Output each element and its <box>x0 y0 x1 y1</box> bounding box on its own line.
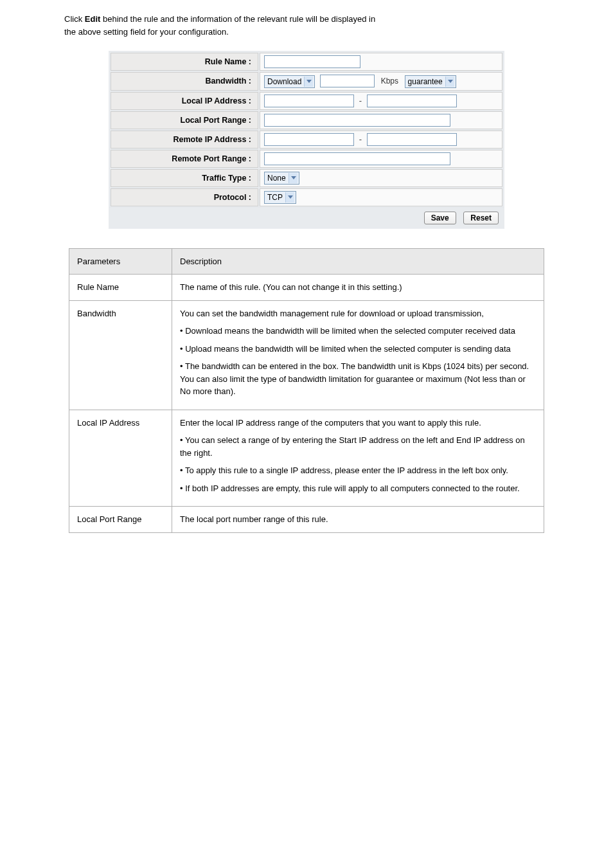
desc-cell: The name of this rule. (You can not chan… <box>172 275 544 301</box>
param-cell: Local Port Range <box>69 507 172 533</box>
reset-button[interactable]: Reset <box>463 212 499 224</box>
traffic-type-select[interactable]: None <box>264 172 299 185</box>
table-row: Local Port Range The local port number r… <box>69 507 544 533</box>
remote-ip-end-input[interactable] <box>367 133 457 146</box>
param-cell: Local IP Address <box>69 410 172 507</box>
local-ip-end-input[interactable] <box>367 95 457 107</box>
param-cell: Rule Name <box>69 275 172 301</box>
local-port-input[interactable] <box>264 114 450 127</box>
chevron-down-icon <box>285 192 294 203</box>
rule-form-panel: Rule Name : Bandwidth : Download Kbps gu… <box>109 51 504 229</box>
bandwidth-unit-label: Kbps <box>381 77 398 86</box>
bandwidth-mode-select[interactable]: guarantee <box>405 75 456 88</box>
protocol-select[interactable]: TCP <box>264 191 296 204</box>
remote-port-input[interactable] <box>264 152 450 165</box>
chevron-down-icon <box>304 77 313 87</box>
range-separator: - <box>359 96 362 105</box>
label-rule-name: Rule Name : <box>111 53 258 71</box>
chevron-down-icon <box>289 173 298 183</box>
desc-cell: You can set the bandwidth management rul… <box>172 300 544 410</box>
parameters-table: Parameters Description Rule Name The nam… <box>69 248 544 533</box>
table-row: Bandwidth You can set the bandwidth mana… <box>69 300 544 410</box>
param-cell: Bandwidth <box>69 300 172 410</box>
table-header-param: Parameters <box>69 248 172 275</box>
label-remote-port: Remote Port Range : <box>111 150 258 168</box>
label-traffic-type: Traffic Type : <box>111 169 258 187</box>
remote-ip-start-input[interactable] <box>264 133 354 146</box>
table-header-desc: Description <box>172 248 544 275</box>
label-local-ip: Local IP Address : <box>111 92 258 110</box>
edit-bold: Edit <box>85 14 101 24</box>
desc-cell: Enter the local IP address range of the … <box>172 410 544 507</box>
chevron-down-icon <box>445 77 454 87</box>
label-bandwidth: Bandwidth : <box>111 72 258 91</box>
label-local-port: Local Port Range : <box>111 111 258 129</box>
intro-paragraph: Click Edit behind the rule and the infor… <box>64 13 549 38</box>
range-separator: - <box>359 134 362 144</box>
bandwidth-direction-select[interactable]: Download <box>264 75 315 88</box>
desc-cell: The local port number range of this rule… <box>172 507 544 533</box>
rule-name-input[interactable] <box>264 55 360 68</box>
table-row: Rule Name The name of this rule. (You ca… <box>69 275 544 301</box>
local-ip-start-input[interactable] <box>264 95 354 107</box>
table-row: Local IP Address Enter the local IP addr… <box>69 410 544 507</box>
bandwidth-value-input[interactable] <box>320 75 375 87</box>
label-protocol: Protocol : <box>111 188 258 206</box>
save-button[interactable]: Save <box>424 212 456 224</box>
label-remote-ip: Remote IP Address : <box>111 131 258 149</box>
